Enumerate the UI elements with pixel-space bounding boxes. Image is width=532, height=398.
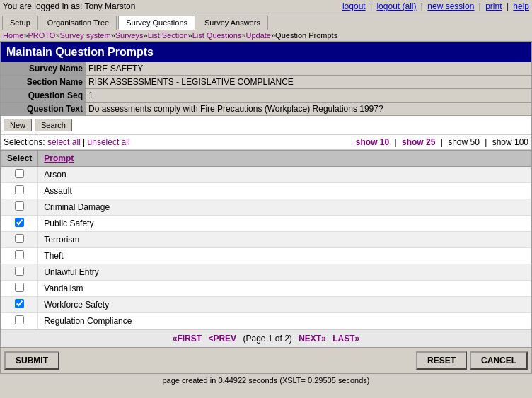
row-checkbox[interactable] [15,299,24,308]
selections-bar: Selections: select all | unselect all sh… [1,135,531,150]
row-select-cell[interactable] [1,199,38,216]
data-table: Select Prompt ArsonAssaultCriminal Damag… [1,150,531,329]
row-checkbox[interactable] [15,283,24,292]
row-prompt-cell: Public Safety [38,216,531,232]
new-button[interactable]: New [4,119,32,131]
table-row: Workforce Safety [1,297,531,313]
tab-survey-answers[interactable]: Survey Answers [197,16,268,30]
new-session-link[interactable]: new session [427,1,474,11]
footer-right: RESET CANCEL [416,351,528,370]
footer-buttons: SUBMIT RESET CANCEL [1,347,531,373]
top-bar: You are logged in as: Tony Marston logou… [0,0,532,13]
question-text-label: Question Text [1,103,86,116]
question-text-row: Question Text Do assessments comply with… [1,103,531,116]
row-checkbox[interactable] [15,250,24,259]
question-text-value: Do assessments comply with Fire Precauti… [86,103,531,116]
table-body: ArsonAssaultCriminal DamagePublic Safety… [1,167,531,329]
row-checkbox[interactable] [15,218,24,227]
select-all-link[interactable]: select all [47,137,81,147]
breadcrumb-home[interactable]: Home [3,31,23,40]
row-checkbox[interactable] [15,234,24,243]
row-checkbox[interactable] [15,169,24,178]
submit-button[interactable]: SUBMIT [4,351,59,370]
tab-survey-questions[interactable]: Survey Questions [118,16,195,30]
question-seq-label: Question Seq [1,89,86,103]
row-select-cell[interactable] [1,232,38,248]
breadcrumb-proto[interactable]: PROTO [28,31,55,40]
table-row: Unlawful Entry [1,264,531,281]
cancel-button[interactable]: CANCEL [470,351,528,370]
prev-page-link[interactable]: <PREV [208,334,236,344]
unselect-all-link[interactable]: unselect all [88,137,130,147]
section-name-row: Section Name RISK ASSESSMENTS - LEGISLAT… [1,76,531,89]
row-select-cell[interactable] [1,216,38,232]
row-select-cell[interactable] [1,183,38,199]
show-25-link[interactable]: show 25 [402,137,435,147]
logout-link[interactable]: logout [342,1,366,11]
survey-name-label: Survey Name [1,62,86,76]
breadcrumb-current: Question Prompts [275,31,337,40]
section-name-value: RISK ASSESSMENTS - LEGISLATIVE COMPLIANC… [86,76,531,89]
search-button[interactable]: Search [35,119,72,131]
row-select-cell[interactable] [1,167,38,183]
first-page-link[interactable]: «FIRST [173,334,202,344]
show-100-text: show 100 [492,137,528,147]
tab-bar: Setup Organisation Tree Survey Questions… [0,13,532,30]
row-select-cell[interactable] [1,264,38,281]
footer-left: SUBMIT [4,351,59,370]
show-10-link[interactable]: show 10 [356,137,389,147]
table-header-row: Select Prompt [1,151,531,167]
last-page-link[interactable]: LAST» [332,334,359,344]
section-name-label: Section Name [1,76,86,89]
print-link[interactable]: print [485,1,502,11]
row-select-cell[interactable] [1,313,38,329]
reset-button[interactable]: RESET [416,351,467,370]
row-prompt-cell: Theft [38,248,531,264]
tab-organisation-tree[interactable]: Organisation Tree [40,16,117,30]
info-table: Survey Name FIRE SAFETY Section Name RIS… [1,62,531,116]
breadcrumb-surveys[interactable]: Surveys [115,31,144,40]
page-info: (Page 1 of 2) [243,334,291,344]
row-checkbox[interactable] [15,267,24,276]
question-seq-row: Question Seq 1 [1,89,531,103]
show-50-text: show 50 [448,137,480,147]
tab-setup[interactable]: Setup [2,16,38,30]
row-select-cell[interactable] [1,297,38,313]
breadcrumb-survey-system[interactable]: Survey system [60,31,111,40]
row-select-cell[interactable] [1,281,38,297]
row-prompt-cell: Regulation Compliance [38,313,531,329]
row-prompt-cell: Workforce Safety [38,297,531,313]
table-row: Assault [1,183,531,199]
toolbar: New Search [1,116,531,135]
row-prompt-cell: Terrorism [38,232,531,248]
logout-all-link[interactable]: logout (all) [376,1,416,11]
table-row: Theft [1,248,531,264]
table-row: Terrorism [1,232,531,248]
status-bar: page created in 0.44922 seconds (XSLT= 0… [0,374,532,387]
logged-in-text: You are logged in as: Tony Marston [3,1,135,11]
top-links: logout | logout (all) | new session | pr… [342,1,529,11]
row-prompt-cell: Assault [38,183,531,199]
page-title: Maintain Question Prompts [1,42,531,62]
row-checkbox[interactable] [15,201,24,211]
row-checkbox[interactable] [15,185,24,194]
row-prompt-cell: Vandalism [38,281,531,297]
prompt-column-header[interactable]: Prompt [38,151,531,167]
breadcrumb-list-section[interactable]: List Section [148,31,188,40]
breadcrumb-list-questions[interactable]: List Questions [192,31,242,40]
survey-name-row: Survey Name FIRE SAFETY [1,62,531,76]
question-seq-value: 1 [86,89,531,103]
help-link[interactable]: help [513,1,529,11]
table-row: Public Safety [1,216,531,232]
show-links: show 10 | show 25 | show 50 | show 100 [353,137,528,147]
table-row: Arson [1,167,531,183]
row-checkbox[interactable] [15,315,24,324]
next-page-link[interactable]: NEXT» [299,334,326,344]
breadcrumb-update[interactable]: Update [245,31,270,40]
pagination: «FIRST <PREV (Page 1 of 2) NEXT» LAST» [1,329,531,347]
survey-name-value: FIRE SAFETY [86,62,531,76]
select-column-header: Select [1,151,38,167]
row-select-cell[interactable] [1,248,38,264]
table-row: Vandalism [1,281,531,297]
selections-label: Selections: select all | unselect all [4,137,130,147]
